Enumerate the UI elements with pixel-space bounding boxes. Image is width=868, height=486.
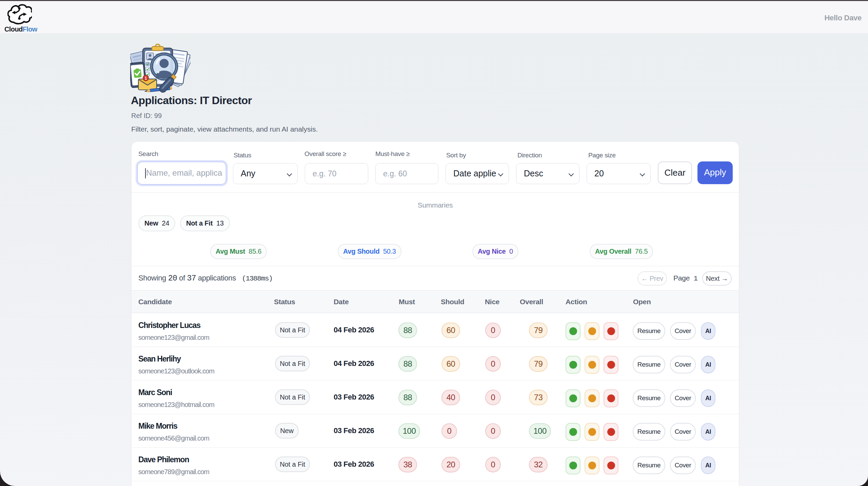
- svg-text:1: 1: [145, 76, 147, 81]
